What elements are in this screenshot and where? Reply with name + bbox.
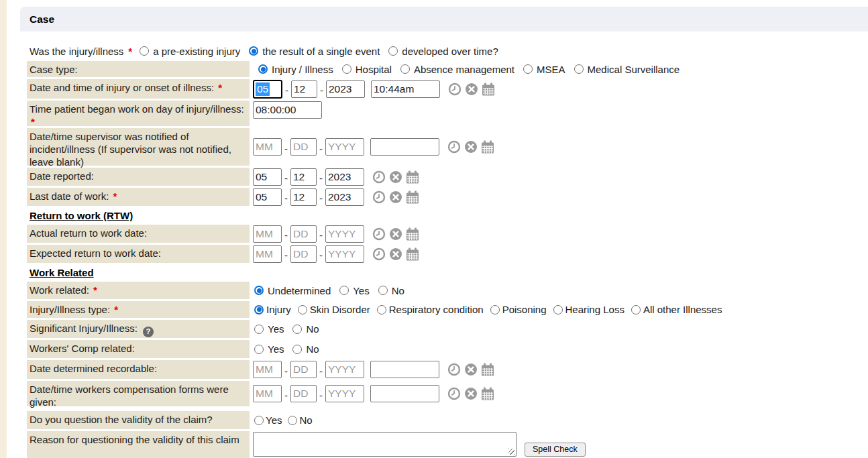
radio-label[interactable]: developed over time? [402,46,498,57]
radio-icon[interactable] [342,64,351,74]
actual-rtw-month-input[interactable] [253,225,282,243]
radio-option-no[interactable]: No [292,343,319,355]
spell-check-button[interactable]: Spell Check [525,443,586,457]
clear-icon[interactable] [388,247,403,262]
radio-icon[interactable] [339,286,349,295]
calendar-icon[interactable] [405,190,420,205]
radio-icon[interactable] [292,325,302,334]
recordable-date-day-input[interactable] [290,361,317,378]
radio-label[interactable]: No [306,343,319,355]
radio-label[interactable]: Injury [266,304,291,315]
radio-option-pre-existing[interactable]: a pre-existing injury [140,46,240,57]
radio-option-yes[interactable]: Yes [339,285,369,296]
radio-label[interactable]: Undetermined [268,285,331,296]
radio-label[interactable]: No [299,414,312,426]
supervisor-time-input[interactable] [370,138,439,156]
radio-label[interactable]: Hospital [356,64,392,75]
radio-label[interactable]: Injury / Illness [272,64,333,75]
reported-date-year-input[interactable] [325,168,364,186]
radio-option-injury[interactable]: Injury [254,304,291,315]
time-began-work-input[interactable] [253,101,322,119]
calendar-icon[interactable] [480,139,495,154]
radio-label[interactable]: No [306,323,319,335]
reason-textarea[interactable] [253,432,517,457]
injury-date-month-input[interactable]: 05 [253,80,282,99]
radio-label[interactable]: Respiratory condition [389,304,484,315]
radio-label[interactable]: Skin Disorder [310,304,370,315]
radio-label[interactable]: Yes [353,285,369,296]
radio-option-no[interactable]: No [292,323,319,335]
clock-icon[interactable] [372,247,386,262]
reported-date-month-input[interactable] [253,168,282,186]
last-date-day-input[interactable] [290,188,317,206]
radio-label[interactable]: Yes [268,343,284,355]
clock-icon[interactable] [447,362,462,377]
radio-label[interactable]: a pre-existing injury [153,46,240,57]
actual-rtw-day-input[interactable] [290,225,317,243]
radio-label[interactable]: Hearing Loss [565,304,625,315]
supervisor-date-day-input[interactable] [290,138,317,156]
clear-icon[interactable] [388,190,403,205]
clock-icon[interactable] [447,139,462,154]
injury-time-input[interactable] [371,80,440,98]
radio-icon[interactable] [553,305,563,314]
wc-forms-date-day-input[interactable] [290,385,317,402]
clock-icon[interactable] [372,170,386,184]
clock-icon[interactable] [447,82,462,97]
radio-label[interactable]: Yes [268,323,284,335]
radio-option-no[interactable]: No [378,285,404,296]
radio-option-single-event[interactable]: the result of a single event [249,46,380,57]
radio-option-absence-management[interactable]: Absence management [400,64,514,75]
clear-icon[interactable] [464,362,478,377]
radio-label[interactable]: the result of a single event [262,46,380,57]
wc-forms-time-input[interactable] [370,385,439,402]
supervisor-date-month-input[interactable] [253,138,282,156]
radio-icon[interactable] [140,46,149,56]
injury-date-year-input[interactable] [326,80,365,98]
radio-option-poisoning[interactable]: Poisoning [490,304,547,315]
radio-option-medical-surveillance[interactable]: Medical Surveillance [574,64,680,75]
clock-icon[interactable] [447,386,462,401]
wc-forms-date-month-input[interactable] [253,385,282,402]
recordable-time-input[interactable] [370,361,439,378]
radio-icon[interactable] [254,325,264,334]
radio-option-undetermined[interactable]: Undetermined [254,285,331,296]
reported-date-day-input[interactable] [290,168,317,186]
expected-rtw-day-input[interactable] [290,245,317,263]
radio-icon[interactable] [254,345,264,354]
radio-icon[interactable] [574,64,584,74]
radio-label[interactable]: No [392,285,404,296]
radio-option-yes[interactable]: Yes [254,414,282,426]
radio-icon[interactable] [388,46,398,56]
radio-icon[interactable] [298,305,307,314]
calendar-icon[interactable] [405,170,420,184]
radio-option-developed-over-time[interactable]: developed over time? [388,46,498,57]
recordable-date-month-input[interactable] [253,361,282,378]
radio-option-injury-illness[interactable]: Injury / Illness [258,64,333,75]
clear-icon[interactable] [388,227,403,241]
selected-text[interactable]: 05 [256,82,270,96]
calendar-icon[interactable] [481,82,496,97]
help-icon[interactable]: ? [143,327,154,337]
radio-option-all-other[interactable]: All other Illnesses [631,304,722,315]
radio-icon[interactable] [631,305,641,314]
clear-icon[interactable] [464,386,478,401]
expected-rtw-year-input[interactable] [325,245,364,263]
radio-icon-selected[interactable] [254,286,264,295]
last-date-month-input[interactable] [253,188,282,206]
radio-icon-selected[interactable] [258,64,268,74]
radio-icon-selected[interactable] [254,305,264,314]
calendar-icon[interactable] [480,362,495,377]
expected-rtw-month-input[interactable] [253,245,282,263]
radio-option-yes[interactable]: Yes [254,343,284,355]
actual-rtw-year-input[interactable] [325,225,364,243]
radio-label[interactable]: Medical Surveillance [588,64,680,75]
recordable-date-year-input[interactable] [325,361,364,378]
radio-option-respiratory[interactable]: Respiratory condition [377,304,484,315]
radio-option-msea[interactable]: MSEA [523,64,565,75]
radio-icon[interactable] [523,64,533,74]
clear-icon[interactable] [388,170,403,184]
radio-icon[interactable] [288,416,297,425]
radio-icon[interactable] [377,305,386,314]
radio-icon[interactable] [378,286,388,295]
